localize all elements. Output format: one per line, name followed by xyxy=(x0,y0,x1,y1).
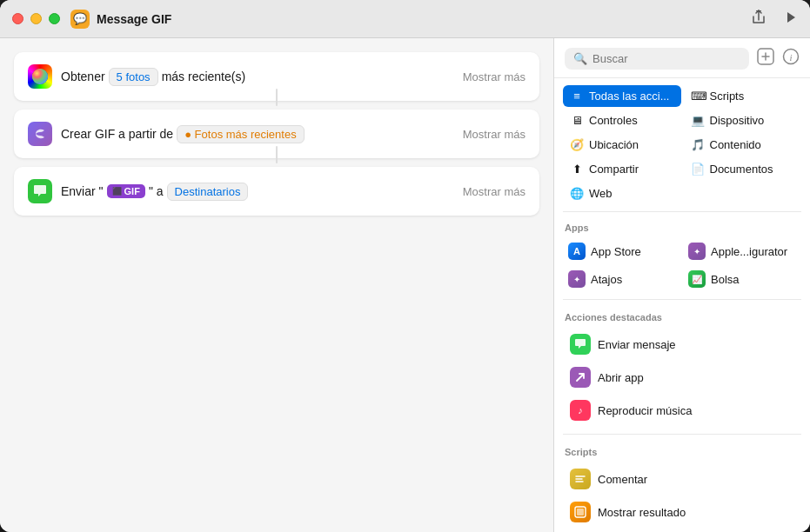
nav-item-compartir-label: Compartir xyxy=(589,163,639,176)
list-icon: ≡ xyxy=(570,90,584,103)
scripts-section-label: Scripts xyxy=(554,440,810,461)
nav-item-compartir[interactable]: ⬆ Compartir xyxy=(563,158,681,180)
action-3-badge: ⬛GIF xyxy=(107,184,145,198)
app-item-atajos[interactable]: ✦ Atajos xyxy=(563,266,681,292)
section-divider-2 xyxy=(563,434,801,435)
action-icon-messages xyxy=(28,179,52,203)
contenido-icon: 🎵 xyxy=(691,138,705,151)
nav-item-controles-label: Controles xyxy=(589,114,638,127)
search-input[interactable] xyxy=(592,52,740,65)
svg-text:i: i xyxy=(789,52,792,63)
action-icon-photos xyxy=(28,64,52,89)
app-item-appleconfigrator[interactable]: ✦ Apple...igurator xyxy=(683,238,801,264)
app-icon-atajos: ✦ xyxy=(568,270,586,288)
app-label-appleconfigrator: Apple...igurator xyxy=(711,245,787,258)
documentos-icon: 📄 xyxy=(691,163,705,176)
featured-item-abrir-app[interactable]: Abrir app xyxy=(563,361,801,394)
action-card-1: Obtener 5 fotos más reciente(s) Mostrar … xyxy=(14,52,539,101)
nav-item-dispositivo-label: Dispositivo xyxy=(710,114,765,127)
action-1-suffix: más reciente(s) xyxy=(162,70,245,83)
app-item-bolsa[interactable]: 📈 Bolsa xyxy=(683,266,801,292)
action-1-show-more[interactable]: Mostrar más xyxy=(449,70,525,83)
play-button[interactable] xyxy=(784,10,798,28)
content-area: Obtener 5 fotos más reciente(s) Mostrar … xyxy=(0,38,810,532)
titlebar: 💬 Message GIF xyxy=(0,0,810,38)
action-1-content: Obtener 5 fotos más reciente(s) xyxy=(61,68,449,86)
nav-item-scripts[interactable]: ⌨ Scripts xyxy=(684,85,802,107)
action-2-pill[interactable]: ● Fotos más recientes xyxy=(177,125,305,143)
featured-list: Enviar mensaje Abrir app ♪ xyxy=(554,326,810,429)
app-icon-bolsa: 📈 xyxy=(688,270,706,288)
nav-item-web-label: Web xyxy=(589,187,613,200)
close-button[interactable] xyxy=(12,13,23,24)
nav-item-todas-label: Todas las acci... xyxy=(589,90,670,103)
traffic-lights xyxy=(12,13,60,24)
section-divider-1 xyxy=(563,299,801,300)
search-icon: 🔍 xyxy=(573,52,587,65)
app-item-appstore[interactable]: A App Store xyxy=(563,238,681,264)
action-2-content: Crear GIF a partir de ● Fotos más recien… xyxy=(61,125,449,143)
scripts-icon: ⌨ xyxy=(691,90,705,103)
app-label-atajos: Atajos xyxy=(591,273,622,286)
scripts-icon-mostrar-resultado xyxy=(570,502,591,522)
app-icon: 💬 xyxy=(70,10,90,29)
action-card-3: Enviar " ⬛GIF " a Destinatarios Mostrar … xyxy=(14,167,539,216)
featured-item-enviar-mensaje[interactable]: Enviar mensaje xyxy=(563,328,801,361)
actions-sidebar: 🔍 i ≡ xyxy=(553,38,810,532)
workflow-canvas: Obtener 5 fotos más reciente(s) Mostrar … xyxy=(0,38,553,532)
apps-section-label: Apps xyxy=(554,216,810,236)
svg-text:✦: ✦ xyxy=(693,247,700,256)
app-label-bolsa: Bolsa xyxy=(711,273,740,286)
featured-section-label: Acciones destacadas xyxy=(554,305,810,326)
featured-icon-abrir-app xyxy=(570,367,591,388)
nav-item-documentos[interactable]: 📄 Documentos xyxy=(684,158,802,180)
nav-item-scripts-label: Scripts xyxy=(710,90,745,103)
action-3-prefix: Enviar " xyxy=(61,184,104,198)
main-window: 💬 Message GIF xyxy=(0,0,810,532)
svg-text:♪: ♪ xyxy=(578,405,583,416)
action-3-middle: " a xyxy=(149,184,164,198)
nav-item-web[interactable]: 🌐 Web xyxy=(563,183,681,204)
compartir-icon: ⬆ xyxy=(570,163,584,176)
featured-label-reproducir-musica: Reproducir música xyxy=(598,404,692,417)
nav-item-controles[interactable]: 🖥 Controles xyxy=(563,110,681,131)
svg-rect-13 xyxy=(577,509,584,515)
svg-text:📈: 📈 xyxy=(692,274,703,285)
action-1-pill[interactable]: 5 fotos xyxy=(109,68,158,86)
nav-item-contenido-label: Contenido xyxy=(710,138,761,151)
nav-item-contenido[interactable]: 🎵 Contenido xyxy=(684,134,802,156)
nav-item-todas[interactable]: ≡ Todas las acci... xyxy=(563,85,681,107)
featured-icon-enviar-mensaje xyxy=(570,334,591,355)
nav-item-documentos-label: Documentos xyxy=(710,163,773,176)
scripts-item-comentar[interactable]: Comentar xyxy=(563,462,801,495)
minimize-button[interactable] xyxy=(30,13,42,24)
sidebar-content: Apps A App Store ✦ xyxy=(554,216,810,532)
titlebar-actions xyxy=(751,10,798,29)
app-icon-appstore: A xyxy=(568,243,586,260)
sidebar-header: 🔍 i xyxy=(554,38,810,78)
featured-label-enviar-mensaje: Enviar mensaje xyxy=(598,338,676,351)
action-2-prefix: Crear GIF a partir de xyxy=(61,127,173,141)
search-box[interactable]: 🔍 xyxy=(565,48,749,70)
nav-divider xyxy=(563,211,801,212)
share-button[interactable] xyxy=(751,10,766,29)
action-3-pill[interactable]: Destinatarios xyxy=(167,183,249,201)
scripts-item-mostrar-alerta[interactable]: ! Mostrar alerta xyxy=(563,529,801,532)
nav-item-dispositivo[interactable]: 💻 Dispositivo xyxy=(684,110,802,131)
scripts-label-comentar: Comentar xyxy=(598,473,647,486)
action-2-show-more[interactable]: Mostrar más xyxy=(449,128,525,141)
action-3-show-more[interactable]: Mostrar más xyxy=(449,185,525,198)
svg-point-3 xyxy=(32,69,48,84)
add-action-button[interactable] xyxy=(756,47,775,70)
nav-item-ubicacion[interactable]: 🧭 Ubicación xyxy=(563,134,681,156)
maximize-button[interactable] xyxy=(49,13,60,24)
app-label-appstore: App Store xyxy=(591,245,641,258)
scripts-item-mostrar-resultado[interactable]: Mostrar resultado xyxy=(563,495,801,529)
featured-icon-reproducir-musica: ♪ xyxy=(570,400,591,421)
featured-item-reproducir-musica[interactable]: ♪ Reproducir música xyxy=(563,394,801,427)
apps-grid: A App Store ✦ Apple...igurator xyxy=(554,236,810,294)
info-button[interactable]: i xyxy=(782,48,800,70)
controles-icon: 🖥 xyxy=(570,114,584,127)
nav-item-ubicacion-label: Ubicación xyxy=(589,138,639,151)
app-icon-appleconfigrator: ✦ xyxy=(688,243,706,260)
